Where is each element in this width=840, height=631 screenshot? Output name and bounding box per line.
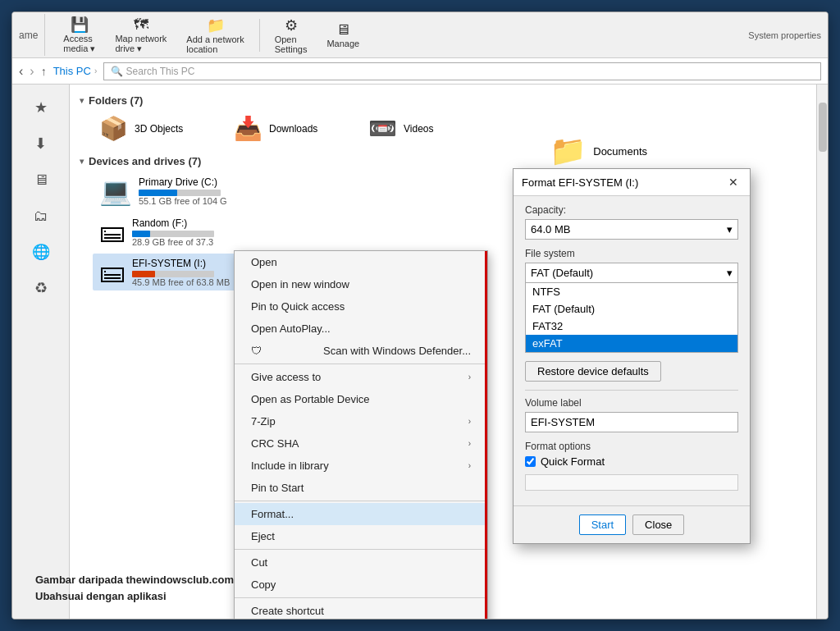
drive-icon: 💻	[99, 176, 132, 207]
dialog-title: Format EFI-SYSTEM (I:)	[522, 176, 638, 189]
dialog-sep-1	[525, 390, 738, 391]
sidebar: ★ ⬇ 🖥 🗂 🌐 ♻	[12, 85, 70, 619]
ctx-cut[interactable]: Cut	[235, 551, 487, 574]
folder-icon: 📥	[234, 115, 262, 142]
sidebar-icon-network[interactable]: 🌐	[25, 235, 57, 268]
filesystem-label: File system	[525, 248, 738, 259]
sidebar-icon-star[interactable]: ★	[25, 91, 57, 124]
folder-icon: 📦	[99, 115, 128, 142]
drive-item-f[interactable]: 🖴 Random (F:) 28.9 GB free of 37.3	[93, 213, 257, 250]
volume-label-label: Volume label	[525, 397, 738, 409]
folder-item-downloads[interactable]: 📥 Downloads	[227, 112, 358, 145]
format-dialog: Format EFI-SYSTEM (I:) ✕ Capacity: 64.0 …	[513, 168, 751, 544]
capacity-dropdown[interactable]: 64.0 MB ▾	[525, 219, 738, 240]
filesystem-dropdown[interactable]: FAT (Default) ▾ NTFS FAT (Default) FAT32…	[525, 263, 738, 353]
ctx-open-new-window[interactable]: Open in new window	[235, 273, 487, 295]
fs-option-fat-default[interactable]: FAT (Default)	[526, 300, 737, 318]
ctx-eject[interactable]: Eject	[235, 525, 487, 547]
drive-progress-fill	[132, 231, 150, 237]
breadcrumb-item-thispc[interactable]: This PC	[53, 65, 91, 77]
devices-section-header[interactable]: ▾ Devices and drives (7)	[80, 155, 806, 167]
ctx-portable-device[interactable]: Open as Portable Device	[235, 388, 487, 410]
ctx-open-autoplay[interactable]: Open AutoPlay...	[235, 318, 487, 340]
footer-line1: Gambar daripada thewindowsclub.com	[35, 572, 234, 588]
ctx-sep-1	[235, 364, 487, 364]
toolbar: ame 💾 Accessmedia ▾ 🗺 Map networkdrive ▾…	[12, 12, 828, 58]
ctx-crc-sha[interactable]: CRC SHA ›	[235, 432, 487, 455]
drive-space: 55.1 GB free of 104 G	[139, 196, 227, 206]
up-btn[interactable]: ↑	[41, 65, 47, 78]
format-options-label: Format options	[525, 441, 738, 452]
add-network-location-btn[interactable]: 📁 Add a networklocation	[181, 15, 249, 56]
dialog-close-btn[interactable]: ✕	[725, 174, 742, 190]
folder-name: Videos	[404, 123, 433, 135]
drive-progress-bg	[132, 271, 214, 277]
drive-progress-bg	[132, 231, 214, 237]
folder-item-videos[interactable]: 📼 Videos	[362, 112, 493, 145]
drive-item-c[interactable]: 💻 Primary Drive (C:) 55.1 GB free of 104…	[93, 172, 257, 210]
ctx-pin-quick-access[interactable]: Pin to Quick access	[235, 295, 487, 318]
scrollbar-thumb[interactable]	[819, 103, 827, 152]
folders-section-header[interactable]: ▾ Folders (7)	[80, 94, 806, 107]
ctx-sep-3	[235, 549, 487, 550]
filesystem-selected[interactable]: FAT (Default) ▾	[526, 263, 737, 283]
dialog-footer: Start Close	[514, 505, 750, 543]
ctx-format[interactable]: Format...	[235, 503, 487, 525]
close-btn[interactable]: Close	[632, 514, 684, 535]
folders-grid: 📦 3D Objects 📥 Downloads 📼 Videos	[80, 112, 806, 145]
map-network-drive-btn[interactable]: 🗺 Map networkdrive ▾	[110, 15, 171, 56]
folder-name: Downloads	[269, 123, 317, 135]
restore-defaults-btn[interactable]: Restore device defaults	[525, 361, 661, 382]
fs-option-exfat[interactable]: exFAT	[526, 335, 737, 352]
ctx-pin-start[interactable]: Pin to Start	[235, 477, 487, 499]
ctx-include-library[interactable]: Include in library ›	[235, 455, 487, 477]
drive-icon: 🖴	[99, 257, 126, 287]
drive-name: Primary Drive (C:)	[139, 176, 227, 188]
documents-folder-icon: 📁	[550, 134, 587, 168]
footer-line2: Ubahsuai dengan aplikasi	[35, 588, 234, 605]
drive-progress-bg	[139, 190, 221, 196]
ctx-copy[interactable]: Copy	[235, 574, 487, 596]
documents-area: 📁 Documents	[550, 134, 647, 168]
quick-format-checkbox[interactable]	[525, 456, 536, 467]
main-window: ame 💾 Accessmedia ▾ 🗺 Map networkdrive ▾…	[11, 11, 829, 620]
folder-name: 3D Objects	[135, 123, 183, 135]
ctx-create-shortcut[interactable]: Create shortcut	[235, 600, 487, 620]
drive-progress-fill	[132, 271, 155, 277]
breadcrumb: This PC ›	[53, 65, 98, 77]
volume-label-input[interactable]	[525, 412, 738, 432]
drive-name: Random (F:)	[132, 217, 214, 229]
drive-progress-fill	[139, 190, 177, 196]
sidebar-icon-recycle[interactable]: ♻	[25, 272, 57, 304]
fs-option-ntfs[interactable]: NTFS	[526, 283, 737, 300]
manage-btn[interactable]: 🖥 Manage	[322, 20, 364, 50]
ctx-scan-defender[interactable]: 🛡 Scan with Windows Defender...	[235, 340, 487, 362]
sidebar-icon-download[interactable]: ⬇	[25, 127, 57, 160]
folder-item-3dobjects[interactable]: 📦 3D Objects	[93, 112, 224, 145]
start-btn[interactable]: Start	[579, 514, 626, 535]
sidebar-icon-computer[interactable]: 🖥	[25, 163, 57, 196]
scrollbar[interactable]	[816, 85, 828, 619]
drive-icon: 🖴	[99, 217, 126, 247]
drive-name: EFI-SYSTEM (I:)	[132, 258, 230, 269]
access-media-btn[interactable]: 💾 Accessmedia ▾	[58, 14, 100, 56]
back-btn[interactable]: ‹	[19, 64, 23, 79]
fs-option-fat32[interactable]: FAT32	[526, 318, 737, 335]
dialog-body: Capacity: 64.0 MB ▾ File system FAT (Def…	[514, 196, 750, 505]
quick-format-row: Quick Format	[525, 455, 738, 468]
ctx-7zip[interactable]: 7-Zip ›	[235, 410, 487, 432]
folder-icon: 📼	[368, 115, 397, 142]
forward-btn[interactable]: ›	[30, 64, 34, 79]
toolbar-label: ame	[19, 30, 38, 41]
open-settings-btn[interactable]: ⚙ OpenSettings	[270, 15, 313, 56]
sidebar-icon-folder[interactable]: 🗂	[25, 199, 57, 232]
drive-item-i[interactable]: 🖴 EFI-SYSTEM (I:) 45.9 MB free of 63.8 M…	[93, 254, 257, 290]
ctx-open[interactable]: Open	[235, 251, 487, 273]
dialog-titlebar: Format EFI-SYSTEM (I:) ✕	[514, 169, 750, 196]
quick-format-label: Quick Format	[541, 455, 605, 468]
ctx-give-access[interactable]: Give access to ›	[235, 366, 487, 388]
ctx-sep-2	[235, 501, 487, 501]
drive-space: 45.9 MB free of 63.8 MB	[132, 277, 230, 287]
filesystem-list: NTFS FAT (Default) FAT32 exFAT	[526, 283, 737, 352]
search-input[interactable]: 🔍 Search This PC	[111, 66, 194, 77]
